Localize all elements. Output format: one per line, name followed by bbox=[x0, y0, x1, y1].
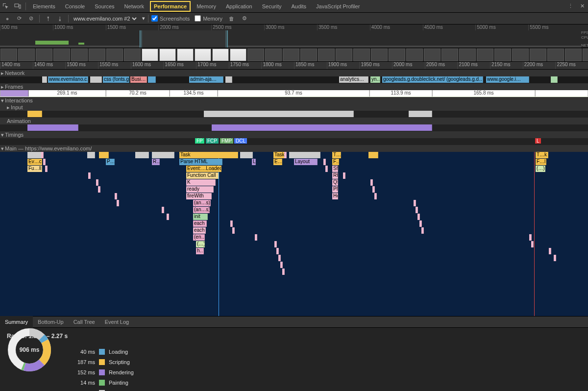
flame-entry[interactable]: Task bbox=[27, 152, 42, 158]
network-row[interactable]: www.evemilano.c…css (fonts.g…Busi…admin-… bbox=[0, 76, 588, 83]
main-flame-chart[interactable]: TaskEv…ckFu…llT…kP…TaskTaskR…TaskParse H… bbox=[0, 152, 588, 316]
animation-row-header[interactable]: Animation bbox=[0, 118, 588, 124]
device-icon[interactable] bbox=[12, 0, 24, 12]
details-tab-call-tree[interactable]: Call Tree bbox=[69, 316, 100, 328]
flame-entry[interactable] bbox=[255, 234, 257, 241]
screenshot-thumb[interactable] bbox=[459, 49, 476, 61]
tab-performance[interactable]: Performance bbox=[149, 0, 192, 13]
flame-entry[interactable]: K bbox=[186, 179, 216, 186]
trash-icon[interactable]: 🗑 bbox=[226, 13, 237, 24]
record-icon[interactable]: ● bbox=[2, 13, 13, 24]
flame-entry[interactable] bbox=[45, 166, 48, 172]
flame-entry[interactable]: Ev…ck bbox=[27, 159, 42, 165]
flame-entry[interactable] bbox=[117, 200, 119, 206]
flame-entry[interactable]: T…k bbox=[87, 152, 95, 158]
flame-entry[interactable]: each bbox=[193, 220, 207, 227]
flame-entry[interactable] bbox=[416, 207, 418, 213]
flame-entry[interactable]: h… bbox=[196, 248, 204, 254]
flame-entry[interactable] bbox=[343, 172, 345, 179]
tab-audits[interactable]: Audits bbox=[287, 0, 312, 13]
screenshot-thumb[interactable] bbox=[0, 49, 17, 61]
kebab-icon[interactable]: ⋮ bbox=[564, 0, 576, 12]
flame-entry[interactable]: Task bbox=[179, 152, 238, 158]
session-select[interactable]: www.evemilano.com #2 bbox=[72, 15, 138, 22]
flame-entry[interactable] bbox=[368, 152, 378, 158]
frame[interactable]: 70.2 ms bbox=[106, 90, 170, 97]
screenshot-thumb[interactable] bbox=[406, 49, 423, 61]
flame-entry[interactable]: E…t bbox=[273, 159, 282, 165]
screenshot-thumb[interactable] bbox=[353, 49, 370, 61]
flame-entry[interactable]: (an…s) bbox=[193, 207, 210, 213]
network-request[interactable]: www.evemilano.c… bbox=[48, 76, 88, 83]
network-request[interactable] bbox=[225, 76, 232, 83]
flame-entry[interactable]: (an…s) bbox=[193, 200, 211, 206]
flame-entry[interactable]: Task bbox=[240, 152, 253, 158]
overview-strip[interactable]: 500 ms1000 ms1500 ms2000 ms2500 ms3000 m… bbox=[0, 24, 588, 48]
network-request[interactable] bbox=[90, 76, 102, 83]
flame-entry[interactable]: (en…s) bbox=[193, 234, 205, 241]
flame-entry[interactable] bbox=[529, 234, 532, 241]
flame-entry[interactable] bbox=[280, 262, 283, 268]
flame-entry[interactable]: fireWith bbox=[186, 193, 212, 199]
network-request[interactable]: yn… bbox=[370, 76, 380, 83]
flame-entry[interactable]: each bbox=[193, 227, 206, 234]
flame-entry[interactable] bbox=[162, 207, 164, 213]
network-request[interactable]: googleads.g.doubleclick.net/ (googleads.… bbox=[382, 76, 483, 83]
timing-l[interactable]: L bbox=[535, 138, 541, 144]
flame-entry[interactable] bbox=[98, 186, 100, 193]
animation-event[interactable] bbox=[27, 124, 78, 131]
memory-toggle[interactable]: Memory bbox=[195, 15, 222, 22]
tab-security[interactable]: Security bbox=[257, 0, 287, 13]
screenshot-thumb[interactable] bbox=[247, 49, 264, 61]
timing-fp[interactable]: FP bbox=[195, 138, 204, 144]
flame-entry[interactable] bbox=[41, 152, 44, 158]
network-request[interactable]: analytics… bbox=[339, 76, 368, 83]
timing-fcp[interactable]: FCP bbox=[206, 138, 219, 144]
flame-entry[interactable] bbox=[419, 220, 422, 227]
screenshot-thumb[interactable] bbox=[318, 49, 335, 61]
network-request[interactable] bbox=[551, 76, 558, 83]
flame-entry[interactable]: Task bbox=[135, 152, 149, 158]
flame-entry[interactable] bbox=[276, 248, 279, 254]
screenshot-thumb[interactable] bbox=[530, 49, 546, 61]
flame-entry[interactable]: P… bbox=[106, 159, 115, 165]
screenshot-thumb[interactable] bbox=[89, 49, 105, 61]
tab-memory[interactable]: Memory bbox=[192, 0, 221, 13]
screenshot-thumb[interactable] bbox=[389, 49, 405, 61]
screenshot-thumb[interactable] bbox=[371, 49, 388, 61]
flame-entry[interactable]: Task bbox=[289, 152, 320, 158]
network-row-header[interactable]: ▸Network bbox=[0, 70, 588, 76]
frame[interactable] bbox=[0, 90, 28, 97]
screenshot-thumb[interactable] bbox=[512, 49, 529, 61]
frame[interactable]: 113.9 ms bbox=[369, 90, 432, 97]
screenshots-strip[interactable] bbox=[0, 48, 588, 62]
flame-entry[interactable]: Sf bbox=[332, 166, 338, 172]
details-tab-event-log[interactable]: Event Log bbox=[100, 316, 134, 328]
tab-application[interactable]: Application bbox=[221, 0, 257, 13]
network-request[interactable] bbox=[42, 76, 47, 83]
flame-entry[interactable] bbox=[96, 179, 98, 186]
screenshot-thumb[interactable] bbox=[230, 49, 246, 61]
screenshot-thumb[interactable] bbox=[212, 49, 229, 61]
screenshot-thumb[interactable] bbox=[71, 49, 88, 61]
tab-javascript-profiler[interactable]: JavaScript Profiler bbox=[311, 0, 365, 13]
screenshot-thumb[interactable] bbox=[424, 49, 441, 61]
frame[interactable]: 165.8 ms bbox=[432, 90, 535, 97]
flame-entry[interactable] bbox=[43, 159, 46, 165]
flame-entry[interactable]: Task bbox=[273, 152, 285, 158]
flame-entry[interactable] bbox=[414, 200, 416, 206]
flame-entry[interactable] bbox=[284, 152, 287, 158]
flame-entry[interactable]: init bbox=[193, 214, 208, 220]
tab-sources[interactable]: Sources bbox=[90, 0, 119, 13]
animation-event[interactable] bbox=[212, 124, 432, 131]
screenshot-thumb[interactable] bbox=[195, 49, 211, 61]
close-icon[interactable]: ✕ bbox=[576, 0, 588, 12]
flame-entry[interactable] bbox=[115, 193, 117, 199]
frame[interactable]: 134.5 ms bbox=[170, 90, 218, 97]
flame-entry[interactable]: R… bbox=[152, 159, 160, 165]
flame-entry[interactable] bbox=[323, 159, 326, 165]
tab-elements[interactable]: Elements bbox=[28, 0, 60, 13]
screenshot-thumb[interactable] bbox=[336, 49, 352, 61]
flame-entry[interactable] bbox=[88, 172, 91, 179]
flame-entry[interactable]: Layout bbox=[294, 159, 318, 165]
